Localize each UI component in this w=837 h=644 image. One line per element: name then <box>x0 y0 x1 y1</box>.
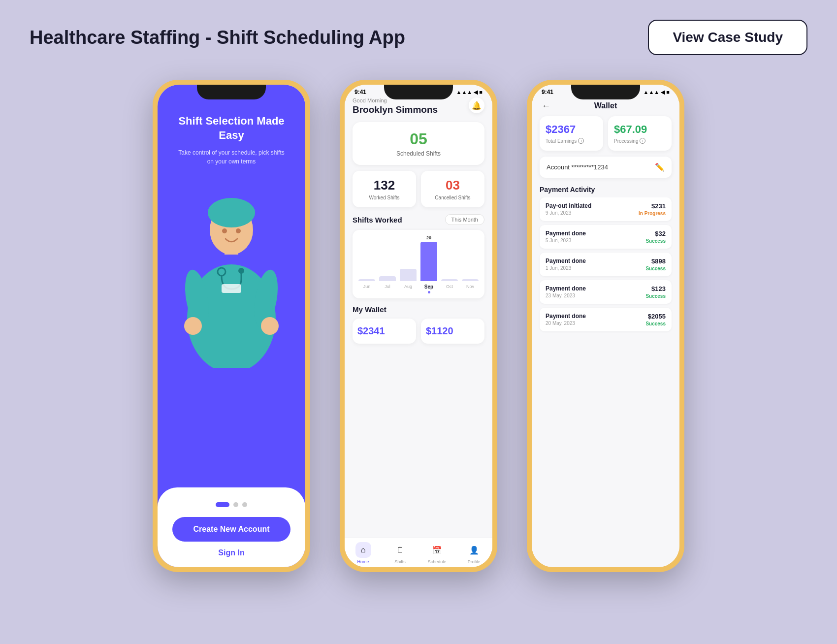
wallet-mini-row: $2341 $1120 <box>353 319 484 344</box>
bar-sep: 20 <box>420 235 437 281</box>
edit-account-icon[interactable]: ✏️ <box>655 162 665 172</box>
phones-row: Shift Selection Made Easy Take control o… <box>30 80 807 624</box>
schedule-icon: 📅 <box>432 546 442 555</box>
payment-status-4: Success <box>645 321 666 326</box>
dot-2 <box>233 502 238 507</box>
shifts-icon: 🗒 <box>396 546 404 554</box>
dots-row <box>216 502 247 507</box>
payment-date-2: 1 Jun, 2023 <box>546 265 586 271</box>
wallet-card-2: $1120 <box>421 319 484 344</box>
view-case-study-button[interactable]: View Case Study <box>648 20 807 55</box>
payment-item-4: Payment done 20 May, 2023 $2055 Success <box>540 308 672 331</box>
phone2-content: 9:41 ▲▲▲ ◀ ■ Good Morning Brooklyn Simmo… <box>345 85 492 567</box>
nav-schedule-label: Schedule <box>428 559 447 564</box>
payment-item-3: Payment done 23 May, 2023 $123 Success <box>540 280 672 304</box>
payment-activity-title: Payment Activity <box>532 186 679 193</box>
phone3-screen: 9:41 ▲▲▲ ◀ ■ ← Wallet $2367 Total Earn <box>532 85 679 567</box>
phone1-subtitle: Take control of your schedule, pick shif… <box>158 148 305 166</box>
svg-point-3 <box>184 317 202 335</box>
payment-desc-0: Pay-out initiated <box>546 202 591 209</box>
svg-rect-13 <box>222 284 241 293</box>
profile-icon: 👤 <box>469 546 479 555</box>
home-icon-wrap: ⌂ <box>355 542 371 558</box>
payment-amount-2: $898 <box>645 258 666 265</box>
label-jun: Jun <box>358 284 375 293</box>
label-oct: Oct <box>441 284 458 293</box>
sign-in-link[interactable]: Sign In <box>218 548 244 557</box>
wallet-card-1: $2341 <box>353 319 416 344</box>
bar-value-sep: 20 <box>426 235 431 240</box>
bar-nov <box>462 278 479 281</box>
account-row: Account *********1234 ✏️ <box>540 157 672 178</box>
worked-shifts-card: 132 Worked Shifts <box>353 171 416 207</box>
bar-jul <box>379 275 396 281</box>
bar-oct <box>441 278 458 281</box>
processing-info-icon[interactable]: i <box>640 138 645 144</box>
payment-date-1: 5 Jun, 2023 <box>546 238 586 243</box>
payment-right-1: $32 Success <box>645 230 666 244</box>
payment-desc-2: Payment done <box>546 258 586 264</box>
shifts-worked-title: Shifts Worked <box>353 216 402 224</box>
nav-home[interactable]: ⌂ Home <box>345 542 382 564</box>
home-icon: ⌂ <box>361 546 366 554</box>
phone1-content: Shift Selection Made Easy Take control o… <box>158 85 305 567</box>
payment-date-3: 23 May, 2023 <box>546 293 586 298</box>
user-header-row: Good Morning Brooklyn Simmons 🔔 <box>353 97 484 122</box>
bar-rect-nov <box>462 279 479 281</box>
payment-info-2: Payment done 1 Jun, 2023 <box>546 258 586 271</box>
cancelled-shifts-card: 03 Cancelled Shifts <box>421 171 484 207</box>
cancelled-shifts-label: Cancelled Shifts <box>426 195 480 200</box>
svg-point-12 <box>238 268 244 274</box>
payment-right-2: $898 Success <box>645 258 666 271</box>
nav-profile[interactable]: 👤 Profile <box>455 542 492 564</box>
bar-rect-sep <box>420 242 437 281</box>
bar-jun <box>358 278 375 281</box>
this-month-badge[interactable]: This Month <box>445 214 484 225</box>
svg-point-4 <box>261 317 279 335</box>
nav-shifts[interactable]: 🗒 Shifts <box>382 542 418 564</box>
label-jul: Jul <box>379 284 396 293</box>
payment-item-0: Pay-out initiated 9 Jun, 2023 $231 In Pr… <box>540 197 672 221</box>
payment-info-4: Payment done 20 May, 2023 <box>546 313 586 326</box>
svg-rect-8 <box>208 205 255 219</box>
phone3-notch <box>571 85 640 99</box>
wallet-screen-title: Wallet <box>594 101 617 110</box>
shifts-stats-row: 132 Worked Shifts 03 Cancelled Shifts <box>353 171 484 207</box>
total-earnings-card: $2367 Total Earnings i <box>540 116 603 151</box>
back-arrow-icon[interactable]: ← <box>542 101 550 111</box>
wallet-section-title: My Wallet <box>353 305 484 314</box>
payment-info-1: Payment done 5 Jun, 2023 <box>546 230 586 243</box>
payment-item-2: Payment done 1 Jun, 2023 $898 Success <box>540 253 672 276</box>
shifts-icon-wrap: 🗒 <box>392 542 408 558</box>
dot-3 <box>242 502 247 507</box>
nav-profile-label: Profile <box>468 559 481 564</box>
account-number: Account *********1234 <box>547 163 608 171</box>
bar-labels-row: Jun Jul Aug Sep Oct Nov <box>358 284 479 293</box>
scheduled-shifts-card: 05 Scheduled Shifts <box>353 122 484 165</box>
payment-amount-4: $2055 <box>645 313 666 320</box>
wallet-amount-2: $1120 <box>426 325 480 337</box>
svg-point-10 <box>236 228 241 233</box>
nav-schedule[interactable]: 📅 Schedule <box>418 542 455 564</box>
phone3-status-icons: ▲▲▲ ◀ ■ <box>644 89 670 96</box>
processing-card: $67.09 Processing i <box>608 116 672 151</box>
phone1-bottom: Create New Account Sign In <box>158 487 305 567</box>
total-earnings-label: Total Earnings i <box>546 138 597 144</box>
label-nov: Nov <box>462 284 479 293</box>
nurse-svg <box>177 181 286 368</box>
label-sep: Sep <box>424 284 433 290</box>
page-container: Healthcare Staffing - Shift Scheduling A… <box>0 0 837 644</box>
user-info: Good Morning Brooklyn Simmons <box>353 97 438 122</box>
notification-icon[interactable]: 🔔 <box>469 97 484 113</box>
svg-point-9 <box>222 228 227 233</box>
bar-rect-oct <box>441 279 458 281</box>
phone3-content: 9:41 ▲▲▲ ◀ ■ ← Wallet $2367 Total Earn <box>532 85 679 567</box>
payment-right-4: $2055 Success <box>645 313 666 326</box>
chart-bars-container: 20 <box>358 237 479 281</box>
payment-status-3: Success <box>645 293 666 299</box>
phone2-frame: 9:41 ▲▲▲ ◀ ■ Good Morning Brooklyn Simmo… <box>340 80 497 572</box>
total-earnings-info-icon[interactable]: i <box>578 138 584 144</box>
create-account-button[interactable]: Create New Account <box>172 517 290 542</box>
payment-item-1: Payment done 5 Jun, 2023 $32 Success <box>540 225 672 249</box>
phone2-screen: 9:41 ▲▲▲ ◀ ■ Good Morning Brooklyn Simmo… <box>345 85 492 567</box>
